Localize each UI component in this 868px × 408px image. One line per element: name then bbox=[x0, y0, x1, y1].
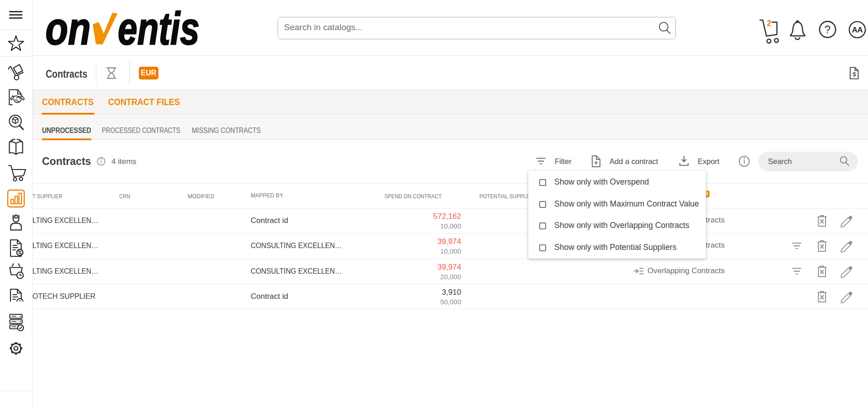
svg-text:on: on bbox=[46, 4, 91, 49]
svg-text:entis: entis bbox=[118, 4, 200, 49]
svg-text:$: $ bbox=[852, 71, 856, 78]
svg-text:AA: AA bbox=[852, 26, 863, 34]
svg-text:?: ? bbox=[825, 23, 831, 36]
svg-text:2: 2 bbox=[767, 19, 771, 28]
